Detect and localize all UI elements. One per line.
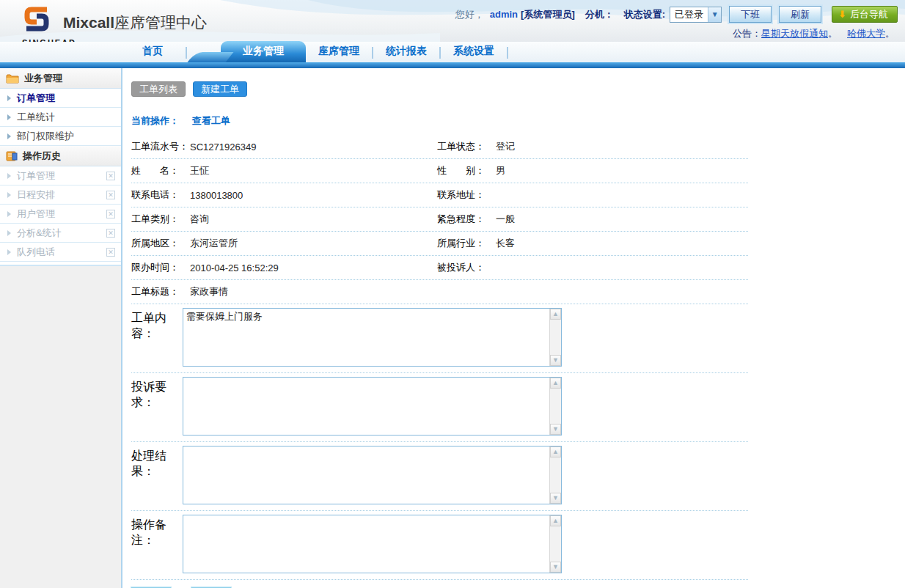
history-item-user-management[interactable]: 用户管理 ✕	[0, 205, 121, 224]
ticket-serial-value: SC1271926349	[190, 142, 437, 152]
scrollbar[interactable]: ▲ ▼	[549, 446, 561, 504]
header: SINGHEAD Mixcall座席管理中心 您好， admin [系统管理员]…	[0, 0, 905, 42]
form-row-operation-note: 操作备注： ▲ ▼	[131, 511, 748, 580]
scroll-up-icon[interactable]: ▲	[550, 309, 561, 320]
region-value: 东河运管所	[190, 237, 437, 250]
sidebar-item-label: 订单管理	[17, 169, 55, 183]
complaint-request-textarea[interactable]	[183, 378, 549, 435]
field-label: 限办时间：	[131, 261, 190, 274]
page-title: Mixcall座席管理中心	[63, 12, 207, 33]
ticket-form: 工单流水号： SC1271926349 工单状态： 登记 姓 名： 王怔 性 别…	[131, 135, 748, 580]
arrow-right-icon	[7, 173, 11, 179]
field-label: 工单标题：	[131, 285, 190, 298]
close-icon[interactable]: ✕	[106, 248, 115, 257]
logo: SINGHEAD	[21, 4, 53, 34]
announcement-link-1[interactable]: 星期天放假通知	[761, 28, 828, 39]
folder-icon	[6, 73, 19, 84]
scrollbar[interactable]: ▲ ▼	[549, 309, 561, 366]
close-icon[interactable]: ✕	[106, 210, 115, 218]
form-row-region-industry: 所属地区： 东河运管所 所属行业： 长客	[131, 232, 748, 256]
history-item-schedule[interactable]: 日程安排 ✕	[0, 185, 121, 205]
sidebar-section-history[interactable]: 操作历史	[0, 146, 121, 166]
field-label: 操作备注：	[131, 515, 183, 573]
field-label: 处理结果：	[131, 446, 183, 504]
form-row-handle-result: 处理结果： ▲ ▼	[131, 442, 748, 511]
handle-result-textarea[interactable]	[183, 446, 549, 504]
main-content: 工单列表 新建工单 当前操作： 查看工单 工单流水号： SC1271926349…	[122, 68, 905, 588]
scroll-down-icon[interactable]: ▼	[550, 355, 561, 366]
arrow-right-icon	[7, 95, 11, 101]
scrollbar[interactable]: ▲ ▼	[549, 515, 561, 573]
sidebar-section-business[interactable]: 业务管理	[0, 68, 121, 89]
customer-name-value: 王怔	[190, 164, 437, 177]
status-select-value: 已登录	[670, 8, 708, 21]
form-row-title: 工单标题： 家政事情	[131, 280, 748, 304]
ticket-toolbar: 工单列表 新建工单	[131, 81, 905, 97]
close-icon[interactable]: ✕	[106, 191, 115, 199]
operation-note-textarea[interactable]	[183, 515, 549, 573]
user-bar: 您好， admin [系统管理员] 分机： 状态设置: 已登录 ▼ 下班 刷新 …	[455, 6, 898, 23]
close-icon[interactable]: ✕	[106, 172, 115, 180]
arrow-right-icon	[7, 230, 11, 236]
arrow-right-icon	[7, 114, 11, 120]
ticket-title-value: 家政事情	[190, 285, 437, 298]
form-row-category-urgency: 工单类别： 咨询 紧急程度： 一般	[131, 207, 748, 232]
user-role: [系统管理员]	[521, 8, 575, 21]
scroll-up-icon[interactable]: ▲	[550, 378, 561, 389]
status-select[interactable]: 已登录 ▼	[670, 7, 722, 23]
status-label: 状态设置:	[624, 8, 665, 21]
history-item-order-management[interactable]: 订单管理 ✕	[0, 166, 121, 185]
category-value: 咨询	[190, 213, 437, 226]
tab-business-management[interactable]: 业务管理	[221, 41, 306, 62]
current-operation-value: 查看工单	[192, 115, 230, 126]
nav-divider	[186, 47, 187, 59]
current-operation-label: 当前操作：	[131, 115, 179, 126]
announcement-link-2[interactable]: 哈佛大学	[847, 28, 885, 39]
tab-system-settings[interactable]: 系统设置	[441, 41, 507, 62]
scroll-down-icon[interactable]: ▼	[550, 493, 561, 504]
ticket-content-textarea[interactable]: 需要保姆上门服务	[183, 309, 549, 366]
field-label: 紧急程度：	[437, 213, 496, 226]
sidebar-item-label: 工单统计	[17, 111, 55, 124]
tab-statistics-report[interactable]: 统计报表	[373, 41, 439, 62]
field-label: 性 别：	[437, 164, 496, 177]
title-cn: 座席管理中心	[114, 14, 207, 31]
tab-seat-management[interactable]: 座席管理	[306, 41, 372, 62]
chevron-down-icon[interactable]: ▼	[708, 7, 721, 22]
tab-home[interactable]: 首页	[120, 41, 186, 62]
sidebar-item-department-permissions[interactable]: 部门权限维护	[0, 127, 121, 146]
ticket-list-button[interactable]: 工单列表	[131, 81, 186, 97]
off-duty-button[interactable]: 下班	[729, 6, 772, 23]
announcement-sep: 。	[828, 28, 838, 39]
extension-label: 分机：	[585, 8, 614, 21]
sidebar-item-label: 部门权限维护	[17, 130, 74, 143]
field-label: 工单类别：	[131, 213, 190, 226]
scroll-up-icon[interactable]: ▲	[550, 515, 561, 526]
sidebar-filler	[0, 265, 121, 588]
history-item-queue-calls[interactable]: 队列电话 ✕	[0, 243, 121, 262]
sidebar-item-label: 用户管理	[17, 207, 55, 221]
close-icon[interactable]: ✕	[106, 229, 115, 238]
sidebar-section-title: 操作历史	[23, 150, 61, 163]
scroll-down-icon[interactable]: ▼	[550, 562, 561, 573]
scroll-up-icon[interactable]: ▲	[550, 446, 561, 457]
deadline-value: 2010-04-25 16:52:29	[190, 262, 437, 273]
sidebar-item-label: 订单管理	[17, 92, 55, 105]
field-label: 联系地址：	[437, 188, 496, 202]
operation-note-wrap: ▲ ▼	[183, 515, 562, 573]
form-row-content: 工单内容： 需要保姆上门服务 ▲ ▼	[131, 304, 748, 373]
scroll-down-icon[interactable]: ▼	[550, 424, 561, 435]
sidebar-item-order-management[interactable]: 订单管理	[0, 89, 121, 108]
sidebar-item-ticket-statistics[interactable]: 工单统计	[0, 108, 121, 127]
ticket-content-wrap: 需要保姆上门服务 ▲ ▼	[183, 308, 562, 367]
backstage-nav-button[interactable]: ⬇ 后台导航	[832, 6, 898, 23]
scrollbar[interactable]: ▲ ▼	[549, 378, 561, 435]
refresh-button[interactable]: 刷新	[779, 6, 821, 23]
down-arrow-icon: ⬇	[838, 9, 846, 20]
arrow-right-icon	[7, 249, 11, 255]
announcement-bar: 公告：星期天放假通知。 哈佛大学。	[733, 27, 895, 40]
history-item-analysis-statistics[interactable]: 分析&统计 ✕	[0, 224, 121, 243]
complaint-request-wrap: ▲ ▼	[183, 377, 562, 436]
form-row-serial-status: 工单流水号： SC1271926349 工单状态： 登记	[131, 135, 748, 159]
new-ticket-button[interactable]: 新建工单	[193, 81, 247, 97]
